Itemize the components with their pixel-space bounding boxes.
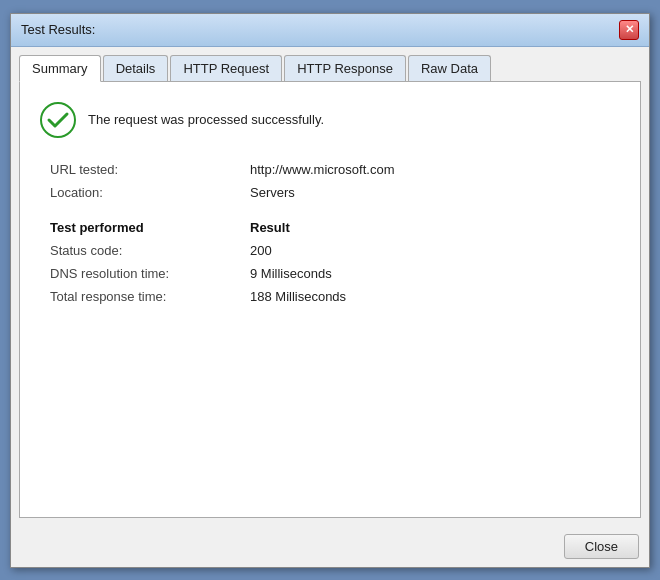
success-row: The request was processed successfully.: [40, 102, 620, 138]
success-message: The request was processed successfully.: [88, 112, 324, 127]
tab-summary[interactable]: Summary: [19, 55, 101, 82]
url-label: URL tested:: [50, 162, 250, 177]
tab-http-response[interactable]: HTTP Response: [284, 55, 406, 81]
tab-raw-data[interactable]: Raw Data: [408, 55, 491, 81]
dns-time-value: 9 Milliseconds: [250, 266, 620, 281]
title-bar: Test Results: ✕: [11, 14, 649, 47]
location-label: Location:: [50, 185, 250, 200]
close-button[interactable]: Close: [564, 534, 639, 559]
location-value: Servers: [250, 185, 620, 200]
info-grid: URL tested: http://www.microsoft.com Loc…: [50, 162, 620, 200]
test-results-dialog: Test Results: ✕ Summary Details HTTP Req…: [10, 13, 650, 568]
response-time-value: 188 Milliseconds: [250, 289, 620, 304]
dialog-body: Summary Details HTTP Request HTTP Respon…: [11, 47, 649, 526]
test-column-header: Test performed: [50, 220, 250, 235]
result-column-header: Result: [250, 220, 620, 235]
tab-bar: Summary Details HTTP Request HTTP Respon…: [19, 55, 641, 82]
dns-time-label: DNS resolution time:: [50, 266, 250, 281]
tab-details[interactable]: Details: [103, 55, 169, 81]
status-code-label: Status code:: [50, 243, 250, 258]
content-area: The request was processed successfully. …: [19, 82, 641, 518]
success-icon: [40, 102, 76, 138]
tab-http-request[interactable]: HTTP Request: [170, 55, 282, 81]
dialog-title: Test Results:: [21, 22, 95, 37]
response-time-label: Total response time:: [50, 289, 250, 304]
window-close-button[interactable]: ✕: [619, 20, 639, 40]
status-code-value: 200: [250, 243, 620, 258]
footer: Close: [11, 526, 649, 567]
results-grid: Test performed Result Status code: 200 D…: [50, 220, 620, 304]
url-value: http://www.microsoft.com: [250, 162, 620, 177]
